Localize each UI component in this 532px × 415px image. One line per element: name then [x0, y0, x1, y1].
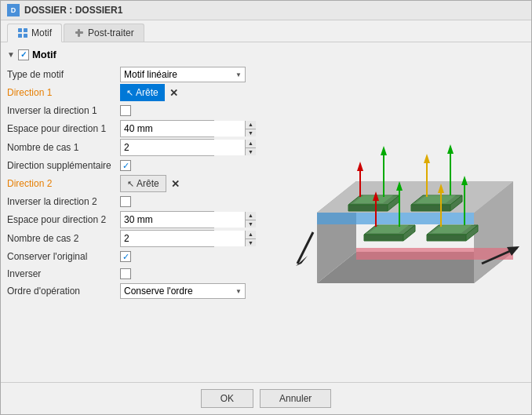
cursor2-icon: ↖	[127, 179, 134, 189]
inverser-dir1-value	[120, 105, 253, 116]
espace-dir2-value: ▲ ▼	[120, 211, 253, 228]
ordre-label: Ordre d'opération	[7, 283, 117, 299]
inverser-dir1-label: Inverser la direction 1	[7, 103, 117, 118]
svg-marker-10	[317, 213, 474, 224]
svg-rect-3	[24, 34, 27, 38]
nb-cas1-label: Nombre de cas 1	[7, 140, 117, 155]
tab-post-traiter-label: Post-traiter	[88, 27, 134, 38]
form-grid: Type de motif Motif linéaire ▼ Direction…	[7, 67, 253, 299]
espace-dir2-label: Espace pour direction 2	[7, 212, 117, 228]
tab-motif[interactable]: Motif	[7, 24, 62, 42]
conserver-checkbox[interactable]	[120, 251, 131, 262]
type-motif-label: Type de motif	[7, 67, 117, 82]
nb-cas2-spinbox-btns: ▲ ▼	[245, 231, 256, 246]
espace-dir2-input[interactable]	[121, 212, 245, 228]
svg-rect-0	[18, 28, 22, 32]
nb-cas2-down-button[interactable]: ▼	[246, 238, 256, 247]
inverser-checkbox[interactable]	[120, 268, 131, 279]
type-motif-text: Motif linéaire	[124, 69, 177, 80]
type-motif-value: Motif linéaire ▼	[120, 67, 253, 82]
espace-dir1-spinbox-btns: ▲ ▼	[245, 121, 256, 137]
svg-marker-33	[424, 154, 430, 163]
svg-marker-31	[381, 146, 387, 155]
ordre-dropdown[interactable]: Conserve l'ordre ▼	[120, 283, 246, 299]
direction1-btn-label: Arête	[136, 87, 159, 98]
espace-dir1-value: ▲ ▼	[120, 120, 253, 137]
inverser-dir2-value	[120, 196, 253, 207]
3d-preview	[270, 95, 521, 330]
svg-rect-5	[78, 29, 80, 37]
direction-sup-label: Direction supplémentaire	[7, 158, 117, 173]
svg-marker-13	[348, 205, 388, 211]
tab-motif-label: Motif	[31, 27, 52, 38]
direction1-button[interactable]: ↖ Arête	[120, 84, 165, 101]
inverser-value	[120, 268, 253, 279]
direction1-value: ↖ Arête ✕	[120, 84, 253, 101]
svg-marker-17	[411, 205, 450, 211]
conserver-label: Conserver l'original	[7, 249, 117, 264]
espace-dir1-down-button[interactable]: ▼	[246, 129, 256, 137]
tabs-bar: Motif Post-traiter	[1, 20, 531, 42]
ordre-value: Conserve l'ordre ▼	[120, 283, 253, 299]
nb-cas2-up-button[interactable]: ▲	[246, 231, 256, 238]
nb-cas2-spinbox[interactable]: ▲ ▼	[120, 230, 214, 247]
cursor-icon: ↖	[126, 88, 133, 98]
nb-cas1-value: ▲ ▼	[120, 139, 253, 156]
inverser-dir2-label: Inverser la direction 2	[7, 194, 117, 209]
direction-sup-checkbox[interactable]	[120, 160, 131, 171]
direction2-button[interactable]: ↖ Arête	[120, 175, 166, 192]
svg-marker-29	[357, 162, 363, 171]
left-panel: ▼ ✓ Motif Type de motif Motif linéaire ▼…	[1, 42, 260, 382]
nb-cas2-input[interactable]	[121, 231, 245, 246]
svg-rect-2	[18, 34, 22, 38]
section-header: ▼ ✓ Motif	[7, 49, 253, 60]
wrench-icon	[74, 27, 85, 38]
inverser-label: Inverser	[7, 266, 117, 282]
cancel-button[interactable]: Annuler	[260, 389, 331, 408]
nb-cas1-spinbox-btns: ▲ ▼	[245, 140, 256, 155]
svg-rect-1	[24, 28, 27, 32]
ordre-arrow-icon: ▼	[235, 288, 242, 295]
espace-dir2-spinbox[interactable]: ▲ ▼	[120, 211, 214, 228]
section-title: Motif	[32, 49, 56, 60]
espace-dir1-up-button[interactable]: ▲	[246, 121, 256, 129]
nb-cas1-input[interactable]	[121, 140, 245, 155]
nb-cas1-up-button[interactable]: ▲	[246, 140, 256, 147]
direction-sup-value	[120, 160, 253, 171]
right-panel	[260, 42, 531, 382]
direction2-clear-button[interactable]: ✕	[169, 178, 181, 190]
espace-dir2-down-button[interactable]: ▼	[246, 220, 256, 228]
collapse-arrow-icon[interactable]: ▼	[7, 50, 15, 59]
espace-dir1-spinbox[interactable]: ▲ ▼	[120, 120, 214, 137]
conserver-value	[120, 251, 253, 262]
svg-marker-21	[364, 235, 403, 241]
nb-cas2-value: ▲ ▼	[120, 230, 253, 247]
svg-line-46	[297, 232, 313, 264]
espace-dir2-up-button[interactable]: ▲	[246, 212, 256, 220]
svg-marker-11	[356, 248, 513, 260]
direction2-label: Direction 2	[7, 176, 117, 191]
direction2-value: ↖ Arête ✕	[120, 175, 253, 192]
type-motif-arrow-icon: ▼	[235, 71, 242, 78]
nb-cas2-label: Nombre de cas 2	[7, 231, 117, 246]
direction2-btn-label: Arête	[137, 178, 159, 189]
inverser-dir1-checkbox[interactable]	[120, 105, 131, 116]
espace-dir2-spinbox-btns: ▲ ▼	[245, 212, 256, 228]
nb-cas1-spinbox[interactable]: ▲ ▼	[120, 139, 214, 156]
direction1-label: Direction 1	[7, 85, 117, 100]
svg-marker-35	[447, 144, 454, 154]
espace-dir1-input[interactable]	[121, 121, 245, 137]
inverser-dir2-checkbox[interactable]	[120, 196, 131, 207]
espace-dir1-label: Espace pour direction 1	[7, 121, 117, 137]
tab-post-traiter[interactable]: Post-traiter	[64, 24, 144, 42]
nb-cas1-down-button[interactable]: ▼	[246, 147, 256, 156]
section-checkbox[interactable]: ✓	[18, 49, 29, 60]
title-bar: D DOSSIER : DOSSIER1	[1, 1, 531, 20]
dialog: D DOSSIER : DOSSIER1 Motif Post-traiter	[0, 0, 532, 415]
title-label: DOSSIER : DOSSIER1	[24, 5, 122, 16]
title-icon: D	[7, 4, 20, 16]
direction1-clear-button[interactable]: ✕	[168, 87, 180, 99]
main-content: ▼ ✓ Motif Type de motif Motif linéaire ▼…	[1, 42, 531, 382]
type-motif-dropdown[interactable]: Motif linéaire ▼	[120, 67, 246, 82]
ok-button[interactable]: OK	[201, 389, 253, 408]
